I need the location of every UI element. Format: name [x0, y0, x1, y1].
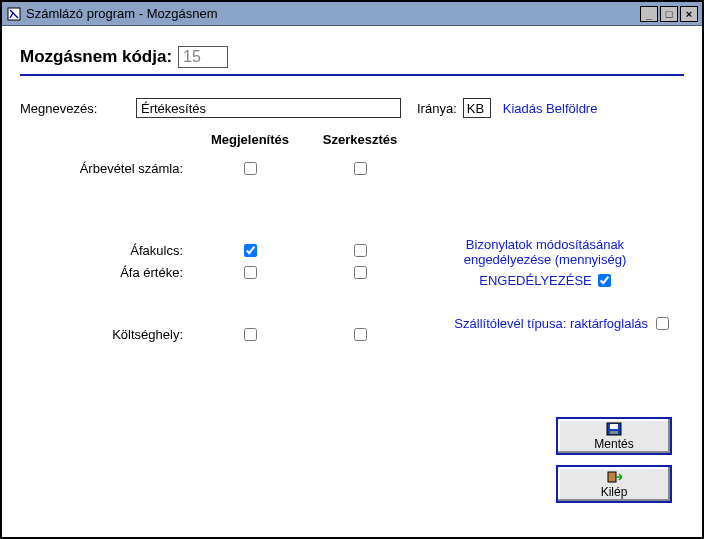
- code-input[interactable]: [178, 46, 228, 68]
- name-input[interactable]: [136, 98, 401, 118]
- vatval-label: Áfa értéke:: [20, 265, 195, 280]
- window-controls: _ □ ×: [640, 6, 698, 22]
- vatkey-edit-checkbox[interactable]: [354, 244, 367, 257]
- save-button[interactable]: Mentés: [556, 417, 672, 455]
- column-headers: Megjelenítés Szerkesztés: [20, 132, 684, 147]
- shipping-type-label: Szállítólevél típusa: raktárfoglalás: [454, 316, 648, 331]
- direction-label: Iránya:: [417, 101, 457, 116]
- name-row: Megnevezés: Iránya: Kiadás Belföldre: [20, 98, 684, 118]
- maximize-button[interactable]: □: [660, 6, 678, 22]
- direction-input[interactable]: [463, 98, 491, 118]
- vatval-display-checkbox[interactable]: [244, 266, 257, 279]
- enable-checkbox[interactable]: [598, 274, 611, 287]
- permissions-panel: Bizonylatok módosításának engedélyezése …: [415, 237, 675, 331]
- exit-icon: [606, 470, 622, 484]
- revenue-label: Árbevétel számla:: [20, 161, 195, 176]
- enable-label: ENGEDÉLYEZÉSE: [479, 273, 591, 288]
- svg-rect-2: [610, 424, 618, 429]
- code-row: Mozgásnem kódja:: [20, 46, 684, 68]
- vatval-edit-checkbox[interactable]: [354, 266, 367, 279]
- vatkey-display-checkbox[interactable]: [244, 244, 257, 257]
- direction-description: Kiadás Belföldre: [503, 101, 598, 116]
- app-window: Számlázó program - Mozgásnem _ □ × Mozgá…: [0, 0, 704, 539]
- divider: [20, 74, 684, 76]
- shipping-type-checkbox[interactable]: [656, 317, 669, 330]
- app-icon: [6, 6, 22, 22]
- window-title: Számlázó program - Mozgásnem: [26, 6, 640, 21]
- save-button-label: Mentés: [594, 437, 633, 451]
- cost-display-checkbox[interactable]: [244, 328, 257, 341]
- options-grid: Megjelenítés Szerkesztés Árbevétel száml…: [20, 132, 684, 345]
- cost-edit-checkbox[interactable]: [354, 328, 367, 341]
- row-revenue: Árbevétel számla:: [20, 157, 684, 179]
- cost-label: Költséghely:: [20, 327, 195, 342]
- exit-button[interactable]: Kilép: [556, 465, 672, 503]
- titlebar: Számlázó program - Mozgásnem _ □ ×: [2, 2, 702, 26]
- action-buttons: Mentés Kilép: [556, 417, 672, 503]
- revenue-display-checkbox[interactable]: [244, 162, 257, 175]
- close-button[interactable]: ×: [680, 6, 698, 22]
- minimize-button[interactable]: _: [640, 6, 658, 22]
- svg-rect-4: [608, 472, 616, 482]
- content-area: Mozgásnem kódja: Megnevezés: Iránya: Kia…: [2, 26, 702, 355]
- save-icon: [606, 422, 622, 436]
- svg-rect-3: [610, 431, 618, 434]
- code-label: Mozgásnem kódja:: [20, 47, 172, 67]
- revenue-edit-checkbox[interactable]: [354, 162, 367, 175]
- column-display-header: Megjelenítés: [195, 132, 305, 147]
- vatkey-label: Áfakulcs:: [20, 243, 195, 258]
- name-label: Megnevezés:: [20, 101, 130, 116]
- column-edit-header: Szerkesztés: [305, 132, 415, 147]
- permissions-line2: engedélyezése (mennyiség): [415, 252, 675, 267]
- permissions-line1: Bizonylatok módosításának: [415, 237, 675, 252]
- exit-button-label: Kilép: [601, 485, 628, 499]
